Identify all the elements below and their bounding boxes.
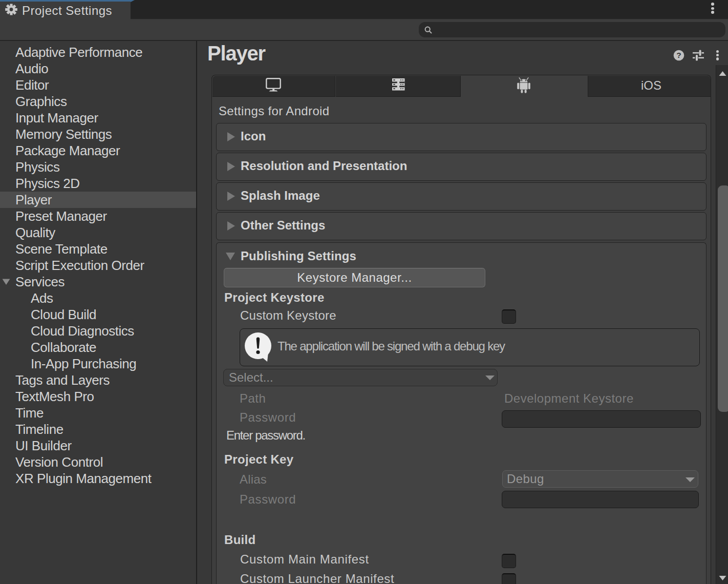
svg-text:?: ? [676,51,681,59]
